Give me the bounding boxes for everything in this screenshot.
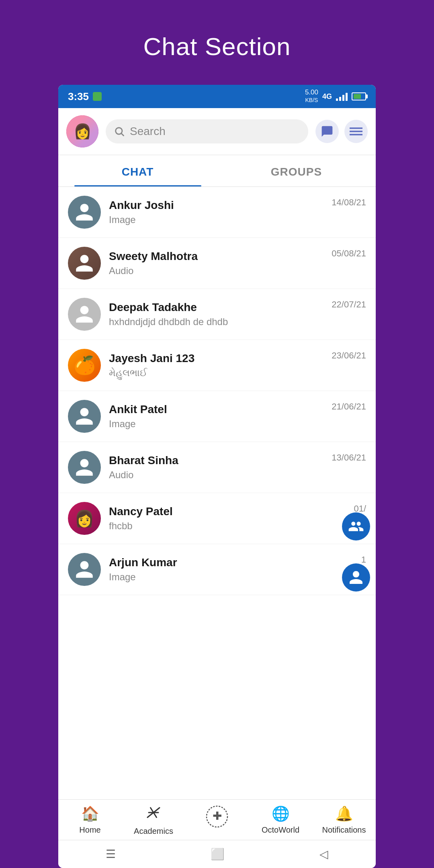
chat-preview: મેહુલભાઈ bbox=[109, 367, 323, 379]
notifications-icon: 🔔 bbox=[335, 805, 353, 822]
chat-time: 23/06/21 bbox=[332, 350, 366, 361]
chat-time: 21/06/21 bbox=[332, 401, 366, 412]
chat-time: 14/08/21 bbox=[332, 197, 366, 208]
chat-item[interactable]: Bharat Sinha Audio 13/06/21 bbox=[58, 442, 376, 493]
header-icons bbox=[315, 120, 368, 143]
chat-name: Sweety Malhotra bbox=[109, 250, 323, 263]
chat-bubble-icon bbox=[321, 125, 334, 138]
avatar bbox=[68, 400, 101, 433]
network-speed: 5.00 KB/S bbox=[305, 89, 318, 104]
chat-info: Sweety Malhotra Audio bbox=[109, 250, 323, 276]
chat-name: Jayesh Jani 123 bbox=[109, 352, 323, 365]
avatar-image: 👩 bbox=[66, 115, 98, 147]
chat-info: Bharat Sinha Audio bbox=[109, 454, 323, 481]
connection-type: 4G bbox=[322, 92, 332, 101]
search-bar[interactable]: Search bbox=[106, 119, 308, 143]
chat-name: Ankur Joshi bbox=[109, 199, 323, 212]
chat-list: Ankur Joshi Image 14/08/21 Sweety Malhot… bbox=[58, 187, 376, 799]
octoworld-icon: 🌐 bbox=[272, 805, 290, 822]
chat-info: Ankit Patel Image bbox=[109, 403, 323, 430]
tabs-container: CHAT GROUPS bbox=[58, 155, 376, 187]
nav-home-label: Home bbox=[79, 825, 100, 835]
svg-line-1 bbox=[121, 133, 123, 135]
person-icon bbox=[348, 569, 364, 585]
chat-name: Deepak Tadakhe bbox=[109, 301, 323, 314]
academics-icon bbox=[146, 805, 161, 823]
nav-notifications[interactable]: 🔔 Notifications bbox=[312, 805, 376, 836]
chat-name: Ankit Patel bbox=[109, 403, 323, 416]
chat-time: 13/06/21 bbox=[332, 452, 366, 463]
avatar bbox=[68, 553, 101, 586]
chat-item[interactable]: Sweety Malhotra Audio 05/08/21 bbox=[58, 238, 376, 289]
chat-bubble-button[interactable] bbox=[315, 120, 339, 143]
nav-academics[interactable]: Academics bbox=[122, 805, 185, 836]
group-icon bbox=[348, 518, 364, 534]
svg-text:✚: ✚ bbox=[213, 810, 222, 822]
status-time: 3:35 bbox=[68, 90, 89, 103]
chat-preview: Image bbox=[109, 214, 323, 225]
user-avatar[interactable]: 👩 bbox=[66, 115, 98, 147]
bottom-nav: 🏠 Home Academics ✚ 🌐 Oc bbox=[58, 799, 376, 840]
tab-groups[interactable]: GROUPS bbox=[217, 155, 376, 186]
chat-preview: fhcbb bbox=[109, 520, 346, 532]
avatar bbox=[68, 451, 101, 484]
signal-bars-icon bbox=[336, 92, 348, 101]
chat-item[interactable]: 🍊 Jayesh Jani 123 મેહુલભાઈ 23/06/21 bbox=[58, 340, 376, 391]
search-placeholder: Search bbox=[130, 125, 166, 138]
chat-info: Arjun Kumar Image bbox=[109, 556, 353, 583]
nav-octoworld-label: OctoWorld bbox=[262, 825, 299, 835]
chat-preview: Image bbox=[109, 571, 353, 583]
avatar: 🍊 bbox=[68, 349, 101, 382]
chat-name: Bharat Sinha bbox=[109, 454, 323, 467]
chat-info: Jayesh Jani 123 મેહુલભાઈ bbox=[109, 352, 323, 379]
nav-notifications-label: Notifications bbox=[322, 825, 366, 835]
avatar: 👩 bbox=[68, 502, 101, 535]
chat-name: Arjun Kumar bbox=[109, 556, 353, 569]
add-icon: ✚ bbox=[206, 805, 228, 831]
chat-preview: hxhdndjdjd dhdbdh de dhdb bbox=[109, 316, 323, 328]
chat-time: 1 bbox=[361, 555, 366, 565]
status-right-area: 5.00 KB/S 4G bbox=[305, 89, 366, 104]
chat-time: 22/07/21 bbox=[332, 299, 366, 310]
battery-saver-icon bbox=[93, 92, 102, 101]
nav-octoworld[interactable]: 🌐 OctoWorld bbox=[249, 805, 312, 836]
hamburger-icon bbox=[350, 126, 362, 137]
home-icon: 🏠 bbox=[81, 805, 99, 822]
android-nav-bar: ☰ ⬜ ◁ bbox=[58, 840, 376, 868]
nav-add[interactable]: ✚ bbox=[185, 805, 249, 836]
chat-preview: Audio bbox=[109, 265, 323, 276]
search-icon bbox=[114, 126, 125, 137]
android-home-button[interactable]: ⬜ bbox=[211, 848, 225, 861]
chat-info: Deepak Tadakhe hxhdndjdjd dhdbdh de dhdb bbox=[109, 301, 323, 328]
chat-info: Nancy Patel fhcbb bbox=[109, 505, 346, 532]
nav-home[interactable]: 🏠 Home bbox=[58, 805, 122, 836]
avatar bbox=[68, 247, 101, 280]
chat-preview: Image bbox=[109, 418, 323, 430]
chat-item[interactable]: 👩 Nancy Patel fhcbb 01/ bbox=[58, 493, 376, 544]
page-title: Chat Section bbox=[143, 32, 291, 61]
header: 👩 Search bbox=[58, 108, 376, 155]
battery-icon bbox=[352, 92, 366, 100]
person-float-button[interactable] bbox=[342, 563, 370, 592]
chat-preview: Audio bbox=[109, 469, 323, 481]
nav-academics-label: Academics bbox=[134, 827, 173, 836]
chat-item[interactable]: Arjun Kumar Image 1 bbox=[58, 544, 376, 595]
android-menu-button[interactable]: ☰ bbox=[106, 848, 116, 861]
status-time-area: 3:35 bbox=[68, 90, 102, 103]
chat-name: Nancy Patel bbox=[109, 505, 346, 518]
android-back-button[interactable]: ◁ bbox=[319, 848, 328, 861]
menu-button[interactable] bbox=[344, 120, 368, 143]
chat-item[interactable]: Deepak Tadakhe hxhdndjdjd dhdbdh de dhdb… bbox=[58, 289, 376, 340]
chat-item[interactable]: Ankur Joshi Image 14/08/21 bbox=[58, 187, 376, 238]
chat-item[interactable]: Ankit Patel Image 21/06/21 bbox=[58, 391, 376, 442]
tab-chat[interactable]: CHAT bbox=[58, 155, 217, 186]
group-float-button[interactable] bbox=[342, 512, 370, 540]
avatar bbox=[68, 196, 101, 229]
phone-frame: 3:35 5.00 KB/S 4G 👩 bbox=[58, 85, 376, 868]
chat-info: Ankur Joshi Image bbox=[109, 199, 323, 225]
avatar bbox=[68, 298, 101, 331]
chat-time: 05/08/21 bbox=[332, 248, 366, 259]
status-bar: 3:35 5.00 KB/S 4G bbox=[58, 85, 376, 108]
